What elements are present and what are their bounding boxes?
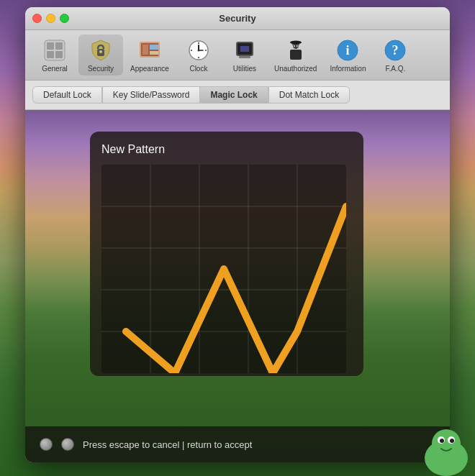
toolbar-item-unauthorized[interactable]: Unauthorized — [268, 35, 322, 75]
general-icon — [42, 37, 68, 63]
svg-rect-11 — [150, 51, 158, 55]
svg-rect-4 — [55, 51, 63, 58]
svg-rect-1 — [47, 42, 54, 50]
minimize-button[interactable] — [46, 14, 55, 23]
toolbar: General Security — [25, 30, 450, 81]
utilities-icon — [232, 37, 258, 63]
svg-rect-10 — [150, 45, 158, 50]
toolbar-item-faq[interactable]: ? F.A.Q. — [373, 35, 417, 75]
dot-indicator-2 — [61, 438, 74, 451]
clock-label: Clock — [189, 65, 207, 73]
status-text: Press escape to cancel | return to accep… — [83, 439, 252, 450]
main-window: Security General — [25, 7, 450, 462]
faq-label: F.A.Q. — [386, 65, 406, 73]
svg-text:i: i — [346, 43, 350, 58]
pattern-panel: New Pattern — [90, 132, 363, 376]
title-bar: Security — [25, 7, 450, 30]
tab-dot-match-lock[interactable]: Dot Match Lock — [268, 86, 350, 104]
tab-bar: Default Lock Key Slide/Password Magic Lo… — [25, 81, 450, 110]
unauthorized-icon — [283, 37, 309, 63]
security-icon — [88, 37, 114, 63]
grid-container[interactable] — [101, 165, 346, 373]
svg-point-46 — [432, 429, 461, 458]
svg-rect-3 — [47, 51, 54, 58]
pattern-title: New Pattern — [101, 143, 352, 156]
svg-rect-24 — [240, 46, 249, 52]
tab-magic-lock[interactable]: Magic Lock — [200, 86, 268, 104]
information-icon: i — [335, 37, 361, 63]
information-label: Information — [330, 65, 366, 73]
dot-indicator-1 — [40, 438, 53, 451]
toolbar-item-general[interactable]: General — [32, 35, 77, 75]
security-label: Security — [88, 65, 114, 73]
svg-point-27 — [290, 41, 302, 45]
toolbar-item-information[interactable]: i Information — [324, 35, 371, 75]
faq-icon: ? — [382, 37, 408, 63]
window-title: Security — [219, 13, 255, 24]
svg-point-31 — [297, 45, 299, 47]
appearance-icon — [137, 37, 163, 63]
svg-point-49 — [440, 439, 444, 443]
svg-point-50 — [450, 439, 454, 443]
svg-text:?: ? — [392, 43, 399, 58]
tab-default-lock[interactable]: Default Lock — [32, 86, 102, 104]
general-label: General — [42, 65, 68, 73]
toolbar-item-utilities[interactable]: Utilities — [222, 35, 267, 75]
appearance-label: Appearance — [130, 65, 169, 73]
svg-rect-9 — [142, 45, 148, 55]
svg-point-6 — [99, 50, 102, 53]
svg-rect-2 — [55, 42, 63, 50]
svg-point-20 — [197, 50, 199, 52]
svg-rect-23 — [239, 56, 250, 58]
unauthorized-label: Unauthorized — [274, 65, 317, 73]
tab-key-slide[interactable]: Key Slide/Password — [102, 86, 201, 104]
maximize-button[interactable] — [60, 14, 69, 23]
mascot — [417, 418, 475, 476]
main-content: New Pattern — [25, 110, 450, 462]
svg-point-30 — [293, 45, 294, 47]
traffic-lights — [32, 14, 69, 23]
utilities-label: Utilities — [233, 65, 256, 73]
status-bar: Press escape to cancel | return to accep… — [25, 426, 450, 462]
toolbar-item-appearance[interactable]: Appearance — [125, 35, 175, 75]
toolbar-item-security[interactable]: Security — [78, 35, 123, 75]
svg-rect-26 — [290, 50, 302, 60]
close-button[interactable] — [32, 14, 42, 23]
clock-icon — [186, 37, 212, 63]
toolbar-item-clock[interactable]: Clock — [176, 35, 221, 75]
